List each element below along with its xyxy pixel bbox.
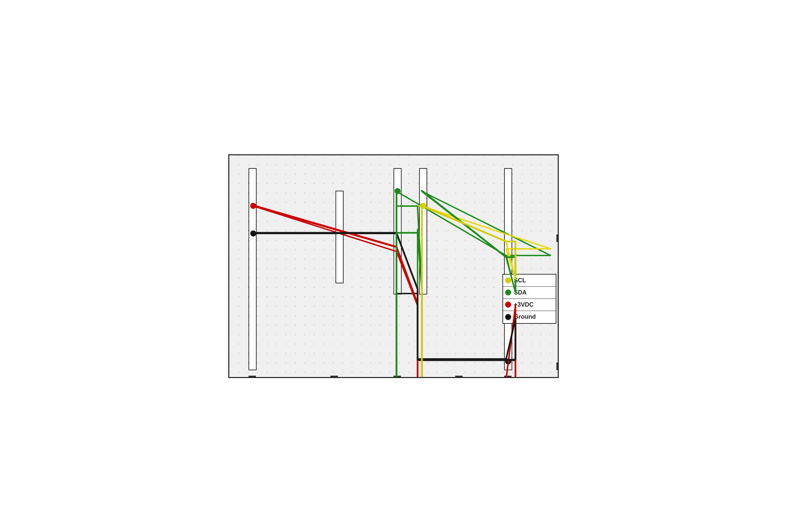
dot-yellow-top	[420, 203, 426, 209]
legend-label-scl: SCL	[514, 277, 526, 284]
breadboard: SCL SDA +3VDC Ground	[228, 154, 559, 378]
legend-label-ground: Ground	[514, 313, 536, 320]
legend-row-scl: SCL	[503, 274, 556, 287]
tab-bottom-2	[331, 376, 338, 378]
strip-mid-center-left	[394, 168, 402, 294]
legend-box: SCL SDA +3VDC Ground	[503, 274, 556, 324]
dot-red-left	[250, 203, 256, 209]
legend-row-sda: SDA	[503, 287, 556, 299]
strip-left	[249, 168, 257, 370]
legend-dot-scl	[505, 277, 511, 283]
dot-green-top	[395, 188, 401, 194]
dot-black-left	[250, 230, 256, 237]
legend-dot-sda	[505, 289, 511, 295]
legend-row-ground: Ground	[503, 311, 556, 323]
strip-right	[504, 168, 512, 370]
legend-label-sda: SDA	[514, 289, 527, 296]
dot-black-right	[505, 358, 511, 364]
strip-mid-center-right	[419, 168, 427, 294]
tab-right-1	[556, 235, 559, 242]
legend-dot-3vdc	[505, 302, 511, 308]
legend-label-3vdc: +3VDC	[514, 301, 534, 308]
tab-right-2	[556, 362, 559, 370]
legend-row-3vdc: +3VDC	[503, 299, 556, 311]
tab-bottom-5	[504, 376, 512, 378]
legend-dot-ground	[505, 314, 511, 320]
tab-bottom-4	[455, 376, 463, 378]
tab-bottom-1	[249, 376, 256, 378]
tab-bottom-3	[394, 376, 401, 378]
strip-mid-left	[336, 191, 344, 283]
